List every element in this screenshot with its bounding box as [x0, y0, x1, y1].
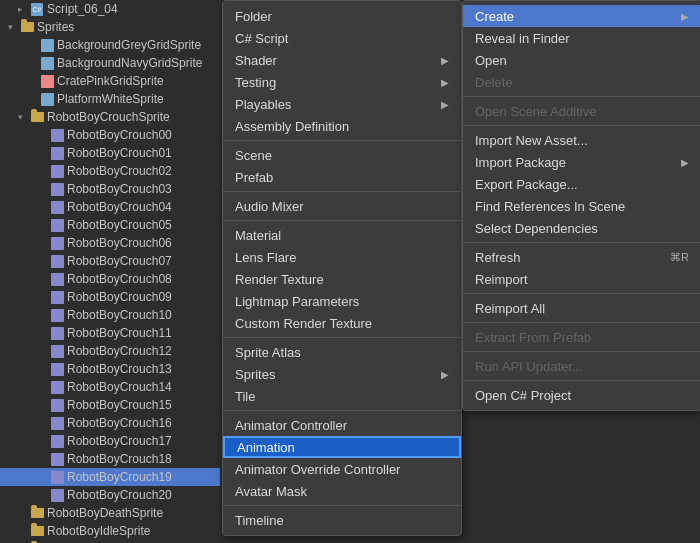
menu-item-label: Assembly Definition	[235, 119, 349, 134]
tree-item[interactable]: RobotBoyCrouch03	[0, 180, 220, 198]
menu-item-avatar-mask[interactable]: Avatar Mask	[223, 480, 461, 502]
tree-item[interactable]: RobotBoyCrouch13	[0, 360, 220, 378]
menu-item-label: Folder	[235, 9, 272, 24]
tree-item[interactable]: RobotBoyCrouch20	[0, 486, 220, 504]
menu-item-label: Reimport	[475, 272, 528, 287]
tree-item[interactable]: RobotBoyCrouch01	[0, 144, 220, 162]
menu-item-material[interactable]: Material	[223, 224, 461, 246]
tree-item[interactable]: RobotBoyIdleSprite	[0, 522, 220, 540]
menu-item-find-references-in-scene[interactable]: Find References In Scene	[463, 195, 700, 217]
tree-item-label: RobotBoyCrouchSprite	[47, 110, 170, 124]
menu-item-open-c-project[interactable]: Open C# Project	[463, 384, 700, 406]
context-menu-main[interactable]: FolderC# ScriptShader▶Testing▶Playables▶…	[222, 0, 462, 536]
tree-item[interactable]: CratePinkGridSprite	[0, 72, 220, 90]
tree-item-label: RobotBoyCrouch08	[67, 272, 172, 286]
item-icon	[50, 470, 64, 484]
tree-item[interactable]: RobotBoyCrouch08	[0, 270, 220, 288]
item-icon	[30, 524, 44, 538]
menu-item-custom-render-texture[interactable]: Custom Render Texture	[223, 312, 461, 334]
menu-item-import-package[interactable]: Import Package▶	[463, 151, 700, 173]
item-icon	[50, 362, 64, 376]
menu-item-reimport-all[interactable]: Reimport All	[463, 297, 700, 319]
menu-item-audio-mixer[interactable]: Audio Mixer	[223, 195, 461, 217]
tree-item[interactable]: BackgroundNavyGridSprite	[0, 54, 220, 72]
menu-item-prefab[interactable]: Prefab	[223, 166, 461, 188]
menu-item-label: Create	[475, 9, 514, 24]
menu-item-animator-controller[interactable]: Animator Controller	[223, 414, 461, 436]
file-tree-panel: ▸C#Script_06_04▾SpritesBackgroundGreyGri…	[0, 0, 220, 543]
menu-item-playables[interactable]: Playables▶	[223, 93, 461, 115]
menu-item-import-new-asset[interactable]: Import New Asset...	[463, 129, 700, 151]
menu-item-label: Tile	[235, 389, 255, 404]
menu-item-scene[interactable]: Scene	[223, 144, 461, 166]
menu-item-lens-flare[interactable]: Lens Flare	[223, 246, 461, 268]
menu-item-shader[interactable]: Shader▶	[223, 49, 461, 71]
tree-item[interactable]: RobotBoyCrouch12	[0, 342, 220, 360]
menu-item-folder[interactable]: Folder	[223, 5, 461, 27]
tree-item[interactable]: RobotBoyCrouch18	[0, 450, 220, 468]
item-icon	[40, 38, 54, 52]
menu-item-label: Animator Override Controller	[235, 462, 400, 477]
menu-separator	[463, 242, 700, 243]
menu-item-label: Refresh	[475, 250, 521, 265]
menu-item-create[interactable]: Create▶	[463, 5, 700, 27]
tree-item-label: RobotBoyCrouch13	[67, 362, 172, 376]
tree-item[interactable]: RobotBoyCrouch06	[0, 234, 220, 252]
menu-item-export-package[interactable]: Export Package...	[463, 173, 700, 195]
tree-item[interactable]: ▾RobotBoyCrouchSprite	[0, 108, 220, 126]
tree-item-label: RobotBoyCrouch15	[67, 398, 172, 412]
menu-item-c-script[interactable]: C# Script	[223, 27, 461, 49]
tree-item[interactable]: RobotBoyCrouch00	[0, 126, 220, 144]
submenu-arrow-icon: ▶	[441, 369, 449, 380]
menu-item-extract-from-prefab: Extract From Prefab	[463, 326, 700, 348]
menu-item-select-dependencies[interactable]: Select Dependencies	[463, 217, 700, 239]
menu-item-sprite-atlas[interactable]: Sprite Atlas	[223, 341, 461, 363]
item-icon	[50, 236, 64, 250]
tree-item[interactable]: RobotBoyCrouch19	[0, 468, 220, 486]
tree-item[interactable]: PlatformWhiteSprite	[0, 90, 220, 108]
submenu-arrow-icon: ▶	[681, 11, 689, 22]
menu-item-animation[interactable]: Animation	[223, 436, 461, 458]
tree-item[interactable]: RobotBoyCrouch05	[0, 216, 220, 234]
menu-item-label: Import New Asset...	[475, 133, 588, 148]
tree-item[interactable]: RobotBoyCrouch15	[0, 396, 220, 414]
menu-item-lightmap-parameters[interactable]: Lightmap Parameters	[223, 290, 461, 312]
menu-item-label: Custom Render Texture	[235, 316, 372, 331]
context-menu-sub[interactable]: Create▶Reveal in FinderOpenDeleteOpen Sc…	[462, 0, 700, 411]
tree-item[interactable]: RobotBoyCrouch04	[0, 198, 220, 216]
menu-item-label: Shader	[235, 53, 277, 68]
menu-item-timeline[interactable]: Timeline	[223, 509, 461, 531]
tree-item[interactable]: RobotBoyCrouch09	[0, 288, 220, 306]
menu-item-label: Lightmap Parameters	[235, 294, 359, 309]
menu-item-refresh[interactable]: Refresh⌘R	[463, 246, 700, 268]
menu-item-assembly-definition[interactable]: Assembly Definition	[223, 115, 461, 137]
tree-item[interactable]: ▸C#Script_06_04	[0, 0, 220, 18]
menu-separator	[223, 191, 461, 192]
item-icon: C#	[30, 2, 44, 16]
tree-item[interactable]: RobotBoyCrouch17	[0, 432, 220, 450]
menu-item-label: Sprites	[235, 367, 275, 382]
tree-item-label: RobotBoyIdleSprite	[47, 524, 150, 538]
tree-item[interactable]: RobotBoyCrouch07	[0, 252, 220, 270]
menu-item-label: Testing	[235, 75, 276, 90]
tree-item[interactable]: RobotBoyCrouch16	[0, 414, 220, 432]
menu-item-open[interactable]: Open	[463, 49, 700, 71]
tree-item[interactable]: RobotBoyCrouch14	[0, 378, 220, 396]
menu-item-reveal-in-finder[interactable]: Reveal in Finder	[463, 27, 700, 49]
menu-item-testing[interactable]: Testing▶	[223, 71, 461, 93]
menu-item-run-api-updater: Run API Updater...	[463, 355, 700, 377]
item-icon	[40, 92, 54, 106]
tree-item[interactable]: BackgroundGreyGridSprite	[0, 36, 220, 54]
menu-item-label: Prefab	[235, 170, 273, 185]
tree-item[interactable]: RobotBoyCrouch02	[0, 162, 220, 180]
menu-item-reimport[interactable]: Reimport	[463, 268, 700, 290]
menu-item-render-texture[interactable]: Render Texture	[223, 268, 461, 290]
menu-item-sprites[interactable]: Sprites▶	[223, 363, 461, 385]
menu-item-tile[interactable]: Tile	[223, 385, 461, 407]
tree-item[interactable]: RobotBoyDeathSprite	[0, 504, 220, 522]
tree-item[interactable]: RobotBoyCrouch11	[0, 324, 220, 342]
tree-item[interactable]: RobotBoyCrouch10	[0, 306, 220, 324]
menu-separator	[463, 293, 700, 294]
tree-item[interactable]: ▾Sprites	[0, 18, 220, 36]
menu-item-animator-override-controller[interactable]: Animator Override Controller	[223, 458, 461, 480]
